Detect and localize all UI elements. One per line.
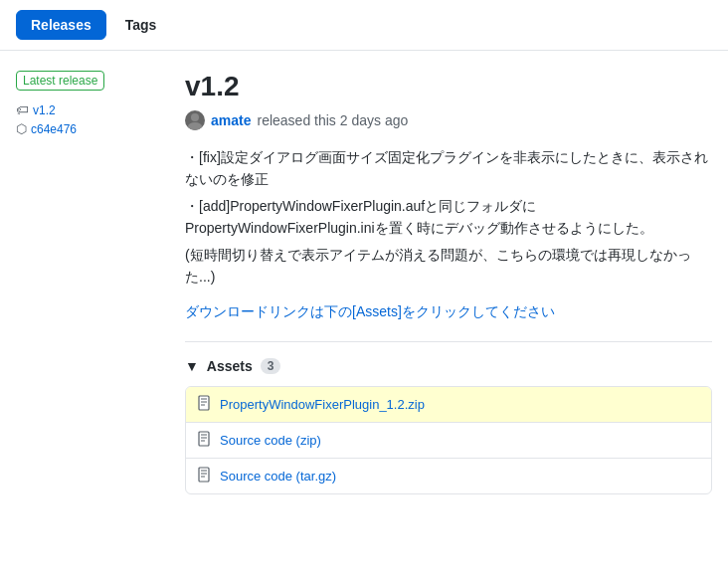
svg-point-0 <box>191 113 199 121</box>
asset-item: PropertyWindowFixerPlugin_1.2.zip <box>186 387 711 423</box>
version-label[interactable]: v1.2 <box>33 103 56 117</box>
releases-tab[interactable]: Releases <box>16 10 106 40</box>
tag-icon: 🏷 <box>16 102 29 117</box>
assets-header[interactable]: ▼ Assets 3 <box>185 358 712 374</box>
triangle-icon: ▼ <box>185 358 199 374</box>
svg-rect-6 <box>199 432 209 446</box>
svg-rect-10 <box>199 468 209 482</box>
tags-tab[interactable]: Tags <box>110 10 172 40</box>
release-time: released this 2 days ago <box>257 112 408 128</box>
latest-release-badge: Latest release <box>16 71 104 91</box>
source-zip-icon <box>198 431 212 450</box>
source-tar-icon <box>198 467 212 486</box>
commit-meta: ⬡ c64e476 <box>16 121 77 136</box>
release-content: v1.2 amate released this 2 days ago ・[fi… <box>185 71 712 494</box>
asset-link-3[interactable]: Source code (tar.gz) <box>220 469 336 484</box>
asset-link-1[interactable]: PropertyWindowFixerPlugin_1.2.zip <box>220 397 425 412</box>
asset-item: Source code (zip) <box>186 423 711 459</box>
commit-icon: ⬡ <box>16 121 27 136</box>
assets-list: PropertyWindowFixerPlugin_1.2.zip Source… <box>185 386 712 494</box>
release-title: v1.2 <box>185 71 712 102</box>
commit-label[interactable]: c64e476 <box>31 122 77 136</box>
svg-rect-2 <box>199 396 209 410</box>
asset-link-2[interactable]: Source code (zip) <box>220 433 321 448</box>
version-meta: 🏷 v1.2 <box>16 102 77 117</box>
assets-label: Assets <box>207 358 253 374</box>
zip-file-icon <box>198 395 212 414</box>
asset-item: Source code (tar.gz) <box>186 459 711 493</box>
desc-line2: ・[add]PropertyWindowFixerPlugin.aufと同じフォ… <box>185 195 712 240</box>
download-text: ダウンロードリンクは下の[Assets]をクリックしてください <box>185 303 712 321</box>
assets-count: 3 <box>261 358 281 374</box>
avatar <box>185 110 205 130</box>
release-description: ・[fix]設定ダイアログ画面サイズ固定化プラグインを非表示にしたときに、表示さ… <box>185 146 712 288</box>
main-content: Latest release 🏷 v1.2 ⬡ c64e476 v1.2 a <box>0 51 728 514</box>
desc-line1: ・[fix]設定ダイアログ画面サイズ固定化プラグインを非表示にしたときに、表示さ… <box>185 146 712 191</box>
author-link[interactable]: amate <box>211 112 251 128</box>
desc-line3: (短時間切り替えで表示アイテムが消える問題が、こちらの環境では再現しなかった..… <box>185 244 712 289</box>
assets-section: ▼ Assets 3 PropertyWindowFixerPlu <box>185 341 712 494</box>
release-meta: amate released this 2 days ago <box>185 110 712 130</box>
svg-point-1 <box>188 122 202 130</box>
tab-bar: Releases Tags <box>0 0 728 51</box>
sidebar-meta: 🏷 v1.2 ⬡ c64e476 <box>16 102 77 136</box>
sidebar: Latest release 🏷 v1.2 ⬡ c64e476 <box>16 71 165 494</box>
